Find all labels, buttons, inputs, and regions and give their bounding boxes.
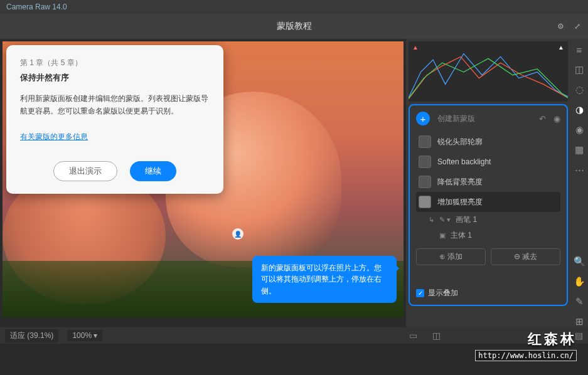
mask-component[interactable]: ↳ ▣ 主体 1 <box>416 228 560 243</box>
mask-label: 增加狐狸亮度 <box>437 197 483 208</box>
grid-icon[interactable]: ⊞ <box>574 316 585 327</box>
snapshot-icon[interactable]: ▦ <box>574 144 585 156</box>
undo-icon[interactable]: ↶ <box>539 114 546 124</box>
dialog-body: 利用新蒙版面板创建并编辑您的蒙版。列表视图让蒙版导航更容易。您可以重命名蒙版以便… <box>20 92 210 118</box>
histogram[interactable]: ▲ ▲ <box>409 41 568 102</box>
show-overlay-label: 显示叠加 <box>428 288 458 298</box>
crop-icon[interactable]: ◫ <box>574 64 585 75</box>
redeye-icon[interactable]: ◉ <box>574 124 585 135</box>
image-canvas-area: 👤 ✎ 第 1 章（共 5 章） 保持井然有序 利用新蒙版面板创建并编辑您的蒙版… <box>0 39 406 327</box>
mask-thumb-icon <box>419 156 431 168</box>
brush-icon: ✎ ▾ <box>439 216 451 224</box>
zoom-select[interactable]: 100% ▾ <box>67 330 102 341</box>
right-toolstrip: ≡ ◫ ◌ ◑ ◉ ▦ ⋯ 🔍 ✋ ✎ ⊞ <box>570 39 588 327</box>
zoom-icon[interactable]: 🔍 <box>574 256 585 267</box>
watermark-text: 红森林 <box>475 330 577 349</box>
dialog-title: 保持井然有序 <box>20 72 210 83</box>
sampler-icon[interactable]: ✎ <box>574 296 585 307</box>
mask-thumb-icon <box>419 176 431 188</box>
add-to-mask-button[interactable]: ⊕ 添加 <box>416 248 486 265</box>
fullscreen-icon[interactable]: ⤢ <box>574 22 580 31</box>
exit-demo-button[interactable]: 退出演示 <box>53 161 117 181</box>
hand-icon[interactable]: ✋ <box>574 276 585 287</box>
mask-label: 锐化头部轮廓 <box>437 137 483 147</box>
component-label: 画笔 1 <box>456 214 477 225</box>
top-toolbar: 蒙版教程 ⚙ ⤢ <box>0 14 588 39</box>
document-title: 蒙版教程 <box>277 21 312 32</box>
mask-pin-icon[interactable]: 👤 <box>232 228 243 240</box>
gear-icon[interactable]: ⚙ <box>557 22 564 31</box>
watermark: 红森林 http://www.hoslin.cn/ <box>475 330 577 361</box>
mask-thumb-icon <box>419 135 431 148</box>
app-title: Camera Raw 14.0 <box>6 3 67 11</box>
watermark-url: http://www.hoslin.cn/ <box>475 350 577 361</box>
component-label: 主体 1 <box>451 230 472 241</box>
mask-thumb-icon <box>419 196 431 208</box>
visibility-icon[interactable]: ◉ <box>553 114 560 124</box>
masks-panel: + 创建新蒙版 ↶ ◉ 锐化头部轮廓 Soften backlight <box>409 104 568 306</box>
mask-label: Soften backlight <box>437 157 491 166</box>
mask-tool-icon[interactable]: ◑ <box>574 104 585 115</box>
mask-component[interactable]: ↳ ✎ ▾ 画笔 1 <box>416 212 560 228</box>
create-mask-label: 创建新蒙版 <box>437 114 532 124</box>
mask-item[interactable]: 锐化头部轮廓 <box>416 132 560 152</box>
view-single-icon[interactable]: ▭ <box>409 330 417 341</box>
dialog-more-link[interactable]: 有关蒙版的更多信息 <box>20 132 88 141</box>
subject-icon: ▣ <box>439 231 446 240</box>
app-titlebar: Camera Raw 14.0 <box>0 0 588 14</box>
create-mask-button[interactable]: + <box>416 112 430 125</box>
subtract-from-mask-button[interactable]: ⊖ 减去 <box>491 248 560 265</box>
tutorial-dialog: 第 1 章（共 5 章） 保持井然有序 利用新蒙版面板创建并编辑您的蒙版。列表视… <box>6 45 223 194</box>
heal-icon[interactable]: ◌ <box>574 84 585 95</box>
mask-item-active[interactable]: 增加狐狸亮度 <box>416 192 560 212</box>
mask-item[interactable]: Soften backlight <box>416 152 560 172</box>
edit-sliders-icon[interactable]: ≡ <box>574 44 585 55</box>
more-icon[interactable]: ⋯ <box>574 164 585 176</box>
view-compare-icon[interactable]: ◫ <box>432 330 441 341</box>
show-overlay-checkbox[interactable]: ✓ <box>416 289 424 297</box>
mask-item[interactable]: 降低背景亮度 <box>416 172 560 192</box>
mask-label: 降低背景亮度 <box>437 177 483 188</box>
continue-button[interactable]: 继续 <box>130 161 176 181</box>
fit-mode-select[interactable]: 适应 (39.1%) <box>5 329 58 342</box>
dialog-chapter: 第 1 章（共 5 章） <box>20 58 210 68</box>
branch-icon: ↳ <box>429 216 434 224</box>
coach-tooltip: 新的蒙版面板可以浮在照片上方。您可以将其拖动到调整上方，停放在右侧。 <box>252 256 397 303</box>
